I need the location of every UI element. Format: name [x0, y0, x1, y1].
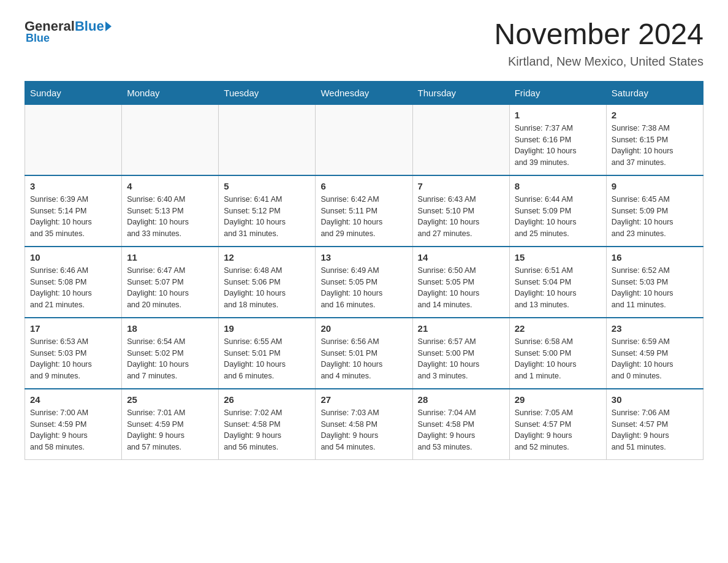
calendar-cell: 26Sunrise: 7:02 AM Sunset: 4:58 PM Dayli… — [219, 389, 316, 460]
day-number: 23 — [612, 323, 698, 334]
calendar-cell — [412, 104, 509, 175]
day-number: 10 — [30, 252, 116, 262]
day-number: 9 — [612, 181, 698, 191]
day-info: Sunrise: 7:06 AM Sunset: 4:57 PM Dayligh… — [612, 407, 698, 453]
day-info: Sunrise: 6:46 AM Sunset: 5:08 PM Dayligh… — [30, 265, 116, 311]
calendar-week-row: 3Sunrise: 6:39 AM Sunset: 5:14 PM Daylig… — [25, 175, 703, 247]
day-info: Sunrise: 6:41 AM Sunset: 5:12 PM Dayligh… — [224, 194, 310, 240]
day-number: 22 — [515, 323, 601, 334]
weekday-header-friday: Friday — [509, 81, 606, 104]
weekday-header-sunday: Sunday — [25, 81, 122, 104]
day-number: 8 — [515, 181, 601, 191]
day-number: 25 — [127, 394, 213, 405]
calendar-cell — [316, 104, 412, 175]
day-info: Sunrise: 6:56 AM Sunset: 5:01 PM Dayligh… — [320, 336, 407, 382]
day-info: Sunrise: 7:00 AM Sunset: 4:59 PM Dayligh… — [30, 407, 116, 453]
day-info: Sunrise: 6:55 AM Sunset: 5:01 PM Dayligh… — [224, 336, 310, 382]
calendar-cell — [122, 104, 219, 175]
day-info: Sunrise: 6:53 AM Sunset: 5:03 PM Dayligh… — [30, 336, 116, 382]
calendar-cell: 29Sunrise: 7:05 AM Sunset: 4:57 PM Dayli… — [509, 389, 606, 460]
day-number: 13 — [320, 252, 407, 262]
calendar-cell: 23Sunrise: 6:59 AM Sunset: 4:59 PM Dayli… — [606, 318, 703, 389]
logo-blue-text: Blue — [75, 18, 104, 34]
day-info: Sunrise: 6:51 AM Sunset: 5:04 PM Dayligh… — [515, 265, 601, 311]
calendar-cell: 27Sunrise: 7:03 AM Sunset: 4:58 PM Dayli… — [316, 389, 412, 460]
day-number: 26 — [224, 394, 310, 405]
day-info: Sunrise: 6:57 AM Sunset: 5:00 PM Dayligh… — [418, 336, 504, 382]
day-info: Sunrise: 6:45 AM Sunset: 5:09 PM Dayligh… — [612, 194, 698, 240]
calendar-cell: 21Sunrise: 6:57 AM Sunset: 5:00 PM Dayli… — [412, 318, 509, 389]
day-info: Sunrise: 7:38 AM Sunset: 6:15 PM Dayligh… — [612, 123, 698, 169]
day-number: 1 — [515, 110, 601, 120]
day-number: 19 — [224, 323, 310, 334]
day-number: 6 — [320, 181, 407, 191]
day-info: Sunrise: 6:43 AM Sunset: 5:10 PM Dayligh… — [418, 194, 504, 240]
calendar-cell: 9Sunrise: 6:45 AM Sunset: 5:09 PM Daylig… — [606, 175, 703, 247]
day-number: 15 — [515, 252, 601, 262]
weekday-header-row: SundayMondayTuesdayWednesdayThursdayFrid… — [25, 81, 703, 104]
calendar-week-row: 1Sunrise: 7:37 AM Sunset: 6:16 PM Daylig… — [25, 104, 703, 175]
calendar-cell: 1Sunrise: 7:37 AM Sunset: 6:16 PM Daylig… — [509, 104, 606, 175]
calendar-cell: 10Sunrise: 6:46 AM Sunset: 5:08 PM Dayli… — [25, 247, 122, 318]
logo-arrow-icon — [105, 21, 112, 31]
calendar-cell — [219, 104, 316, 175]
calendar-cell: 12Sunrise: 6:48 AM Sunset: 5:06 PM Dayli… — [219, 247, 316, 318]
calendar-cell: 30Sunrise: 7:06 AM Sunset: 4:57 PM Dayli… — [606, 389, 703, 460]
day-info: Sunrise: 6:44 AM Sunset: 5:09 PM Dayligh… — [515, 194, 601, 240]
calendar-cell: 4Sunrise: 6:40 AM Sunset: 5:13 PM Daylig… — [122, 175, 219, 247]
calendar-cell: 20Sunrise: 6:56 AM Sunset: 5:01 PM Dayli… — [316, 318, 412, 389]
day-number: 3 — [30, 181, 116, 191]
calendar-table: SundayMondayTuesdayWednesdayThursdayFrid… — [25, 81, 703, 460]
day-number: 11 — [127, 252, 213, 262]
logo: General Blue Blue — [25, 18, 112, 45]
weekday-header-thursday: Thursday — [412, 81, 509, 104]
calendar-cell: 13Sunrise: 6:49 AM Sunset: 5:05 PM Dayli… — [316, 247, 412, 318]
day-info: Sunrise: 7:37 AM Sunset: 6:16 PM Dayligh… — [515, 123, 601, 169]
day-number: 4 — [127, 181, 213, 191]
day-info: Sunrise: 7:01 AM Sunset: 4:59 PM Dayligh… — [127, 407, 213, 453]
day-number: 18 — [127, 323, 213, 334]
day-number: 27 — [320, 394, 407, 405]
day-number: 29 — [515, 394, 601, 405]
weekday-header-monday: Monday — [122, 81, 219, 104]
calendar-week-row: 17Sunrise: 6:53 AM Sunset: 5:03 PM Dayli… — [25, 318, 703, 389]
calendar-cell: 25Sunrise: 7:01 AM Sunset: 4:59 PM Dayli… — [122, 389, 219, 460]
day-info: Sunrise: 7:05 AM Sunset: 4:57 PM Dayligh… — [515, 407, 601, 453]
day-number: 14 — [418, 252, 504, 262]
day-info: Sunrise: 7:02 AM Sunset: 4:58 PM Dayligh… — [224, 407, 310, 453]
day-info: Sunrise: 7:04 AM Sunset: 4:58 PM Dayligh… — [418, 407, 504, 453]
day-number: 16 — [612, 252, 698, 262]
day-number: 12 — [224, 252, 310, 262]
calendar-cell: 6Sunrise: 6:42 AM Sunset: 5:11 PM Daylig… — [316, 175, 412, 247]
day-info: Sunrise: 6:58 AM Sunset: 5:00 PM Dayligh… — [515, 336, 601, 382]
calendar-cell: 8Sunrise: 6:44 AM Sunset: 5:09 PM Daylig… — [509, 175, 606, 247]
day-number: 17 — [30, 323, 116, 334]
day-info: Sunrise: 6:54 AM Sunset: 5:02 PM Dayligh… — [127, 336, 213, 382]
calendar-week-row: 10Sunrise: 6:46 AM Sunset: 5:08 PM Dayli… — [25, 247, 703, 318]
calendar-cell: 22Sunrise: 6:58 AM Sunset: 5:00 PM Dayli… — [509, 318, 606, 389]
month-title: November 2024 — [494, 18, 703, 51]
day-info: Sunrise: 6:49 AM Sunset: 5:05 PM Dayligh… — [320, 265, 407, 311]
day-info: Sunrise: 6:39 AM Sunset: 5:14 PM Dayligh… — [30, 194, 116, 240]
day-number: 7 — [418, 181, 504, 191]
day-number: 20 — [320, 323, 407, 334]
day-number: 2 — [612, 110, 698, 120]
calendar-cell — [25, 104, 122, 175]
weekday-header-saturday: Saturday — [606, 81, 703, 104]
calendar-cell: 17Sunrise: 6:53 AM Sunset: 5:03 PM Dayli… — [25, 318, 122, 389]
day-number: 21 — [418, 323, 504, 334]
day-info: Sunrise: 6:47 AM Sunset: 5:07 PM Dayligh… — [127, 265, 213, 311]
day-number: 5 — [224, 181, 310, 191]
calendar-cell: 24Sunrise: 7:00 AM Sunset: 4:59 PM Dayli… — [25, 389, 122, 460]
day-info: Sunrise: 6:48 AM Sunset: 5:06 PM Dayligh… — [224, 265, 310, 311]
logo-subtitle: Blue — [25, 32, 50, 45]
calendar-cell: 5Sunrise: 6:41 AM Sunset: 5:12 PM Daylig… — [219, 175, 316, 247]
calendar-cell: 2Sunrise: 7:38 AM Sunset: 6:15 PM Daylig… — [606, 104, 703, 175]
calendar-cell: 7Sunrise: 6:43 AM Sunset: 5:10 PM Daylig… — [412, 175, 509, 247]
calendar-cell: 18Sunrise: 6:54 AM Sunset: 5:02 PM Dayli… — [122, 318, 219, 389]
calendar-cell: 15Sunrise: 6:51 AM Sunset: 5:04 PM Dayli… — [509, 247, 606, 318]
day-number: 28 — [418, 394, 504, 405]
day-info: Sunrise: 6:50 AM Sunset: 5:05 PM Dayligh… — [418, 265, 504, 311]
weekday-header-wednesday: Wednesday — [316, 81, 412, 104]
calendar-cell: 14Sunrise: 6:50 AM Sunset: 5:05 PM Dayli… — [412, 247, 509, 318]
